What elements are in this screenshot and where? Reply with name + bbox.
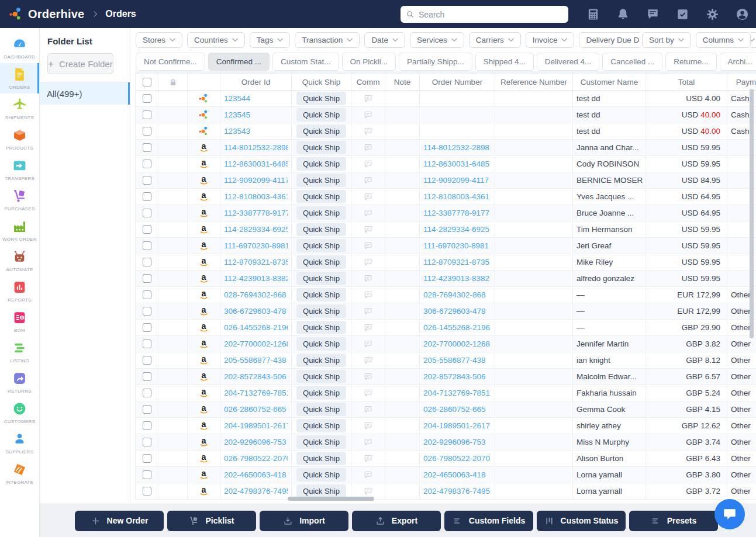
order-number-link[interactable]: 111-6970230-8981	[423, 241, 489, 250]
messages-icon[interactable]	[646, 8, 660, 21]
quick-ship-button[interactable]: Quick Ship	[296, 370, 346, 383]
sidebar-item-customers[interactable]: CUSTOMERS	[0, 397, 39, 428]
quick-ship-button[interactable]: Quick Ship	[296, 239, 346, 252]
comment-icon[interactable]	[363, 110, 373, 120]
comment-icon[interactable]	[363, 404, 373, 414]
sidebar-item-transfers[interactable]: TRANSFERS	[0, 154, 39, 185]
row-checkbox[interactable]	[143, 487, 151, 496]
order-number-link[interactable]: 202-4798376-7495	[423, 487, 490, 496]
comment-icon[interactable]	[363, 126, 373, 136]
row-checkbox[interactable]	[143, 421, 151, 430]
quick-ship-button[interactable]: Quick Ship	[296, 419, 346, 432]
row-checkbox[interactable]	[143, 323, 151, 332]
quick-ship-button[interactable]: Quick Ship	[296, 108, 346, 122]
quick-ship-button[interactable]: Quick Ship	[296, 386, 346, 400]
sidebar-item-automate[interactable]: AUTOMATE	[0, 245, 39, 276]
columns-dropdown[interactable]: Columns	[696, 32, 751, 48]
custom-status-button[interactable]: Custom Status	[537, 511, 626, 531]
sidebar-item-work-order[interactable]: WORK ORDER	[0, 215, 39, 245]
order-id-link[interactable]: 026-7980522-2070	[224, 454, 288, 463]
order-id-link[interactable]: 026-1455268-2196	[224, 323, 288, 332]
order-number-link[interactable]: 204-1989501-2617	[423, 421, 490, 430]
quick-ship-button[interactable]: Quick Ship	[296, 157, 346, 171]
quick-ship-button[interactable]: Quick Ship	[296, 435, 346, 449]
order-id-link[interactable]: 123545	[224, 110, 250, 119]
sidebar-item-products[interactable]: PRODUCTS	[0, 124, 39, 154]
sidebar-item-dashboard[interactable]: DASHBOARD	[0, 33, 39, 63]
order-number-link[interactable]: 202-9296096-753	[423, 438, 486, 446]
chat-widget-button[interactable]	[714, 499, 745, 529]
tab-shipped-4[interactable]: Shipped 4...	[475, 53, 534, 71]
filter-countries[interactable]: Countries	[187, 32, 245, 48]
row-checkbox[interactable]	[143, 389, 151, 397]
sidebar-item-integrate[interactable]: INTEGRATE	[0, 458, 39, 489]
order-number-link[interactable]: 202-4650063-418	[423, 470, 486, 479]
import-button[interactable]: Import	[260, 511, 348, 531]
quick-ship-button[interactable]: Quick Ship	[296, 321, 346, 334]
comment-icon[interactable]	[363, 323, 373, 332]
order-id-link[interactable]: 112-8630031-6485	[224, 160, 288, 168]
quick-ship-button[interactable]: Quick Ship	[296, 484, 346, 498]
order-id-link[interactable]: 112-8108003-4361	[224, 192, 288, 201]
order-id-link[interactable]: 112-3387778-9177	[224, 209, 288, 217]
comment-icon[interactable]	[363, 257, 373, 267]
row-checkbox[interactable]	[143, 438, 151, 446]
settings-gear-icon[interactable]	[706, 8, 719, 21]
order-number-link[interactable]: 112-8108003-4361	[423, 192, 489, 201]
quick-ship-button[interactable]: Quick Ship	[296, 403, 346, 416]
folder-item-all[interactable]: All(499+)	[40, 82, 130, 105]
order-number-link[interactable]: 026-2860752-665	[423, 405, 486, 414]
order-id-link[interactable]: 114-2829334-6925	[224, 225, 288, 234]
comment-icon[interactable]	[363, 421, 373, 431]
order-number-link[interactable]: 204-7132769-7851	[423, 389, 490, 397]
order-id-link[interactable]: 202-4650063-418	[224, 470, 286, 479]
order-number-link[interactable]: 112-4239013-8382	[423, 274, 489, 283]
comment-icon[interactable]	[363, 208, 373, 218]
sidebar-item-bom[interactable]: BOM	[0, 306, 39, 337]
row-checkbox[interactable]	[143, 127, 151, 136]
calculator-icon[interactable]	[586, 8, 600, 21]
order-number-link[interactable]: 202-8572843-506	[423, 372, 486, 381]
comment-icon[interactable]	[363, 290, 373, 300]
comment-icon[interactable]	[363, 273, 373, 283]
row-checkbox[interactable]	[143, 372, 151, 381]
sidebar-item-shipments[interactable]: SHIPMENTS	[0, 93, 39, 124]
order-number-link[interactable]: 306-6729603-478	[423, 307, 486, 316]
order-id-link[interactable]: 202-8572843-506	[224, 372, 286, 381]
row-checkbox[interactable]	[143, 160, 151, 168]
row-checkbox[interactable]	[143, 356, 151, 365]
row-checkbox[interactable]	[143, 470, 151, 479]
tab-archi[interactable]: Archi...	[720, 53, 756, 71]
tab-custom-stat[interactable]: Custom Stat...	[272, 53, 339, 71]
comment-icon[interactable]	[363, 339, 373, 349]
comment-icon[interactable]	[363, 224, 373, 234]
export-button[interactable]: Export	[352, 511, 441, 531]
sort-by-dropdown[interactable]: Sort by	[642, 32, 691, 48]
notifications-bell-icon[interactable]	[616, 8, 630, 21]
comment-icon[interactable]	[363, 159, 373, 169]
order-number-link[interactable]: 026-1455268-2196	[423, 323, 490, 332]
order-number-link[interactable]: 112-9092099-4117	[423, 176, 489, 185]
order-id-link[interactable]: 202-9296096-753	[224, 438, 286, 446]
tab-confirmed[interactable]: Confirmed ...	[208, 53, 270, 71]
sidebar-item-orders[interactable]: ORDERS	[0, 63, 39, 93]
order-number-link[interactable]: 028-7694302-868	[423, 290, 486, 299]
row-checkbox[interactable]	[143, 454, 151, 463]
filter-carriers[interactable]: Carriers	[469, 32, 521, 48]
comment-icon[interactable]	[363, 388, 373, 398]
comment-icon[interactable]	[363, 355, 373, 365]
order-id-link[interactable]: 123543	[224, 127, 250, 136]
sidebar-item-purchases[interactable]: PURCHASES	[0, 185, 39, 215]
comment-icon[interactable]	[363, 192, 373, 202]
comment-icon[interactable]	[363, 470, 373, 480]
sidebar-item-returns[interactable]: RETURNS	[0, 367, 39, 397]
comment-icon[interactable]	[363, 437, 373, 447]
row-checkbox[interactable]	[143, 176, 151, 185]
filter-services[interactable]: Services	[410, 32, 464, 48]
tab-partially-shipp[interactable]: Partially Shipp...	[399, 53, 472, 71]
order-number-link[interactable]: 202-7700002-1268	[423, 339, 490, 348]
tasks-icon[interactable]	[676, 8, 689, 21]
row-checkbox[interactable]	[143, 225, 151, 234]
tab-on-pickli[interactable]: On Pickli...	[342, 53, 396, 71]
row-checkbox[interactable]	[143, 94, 151, 103]
